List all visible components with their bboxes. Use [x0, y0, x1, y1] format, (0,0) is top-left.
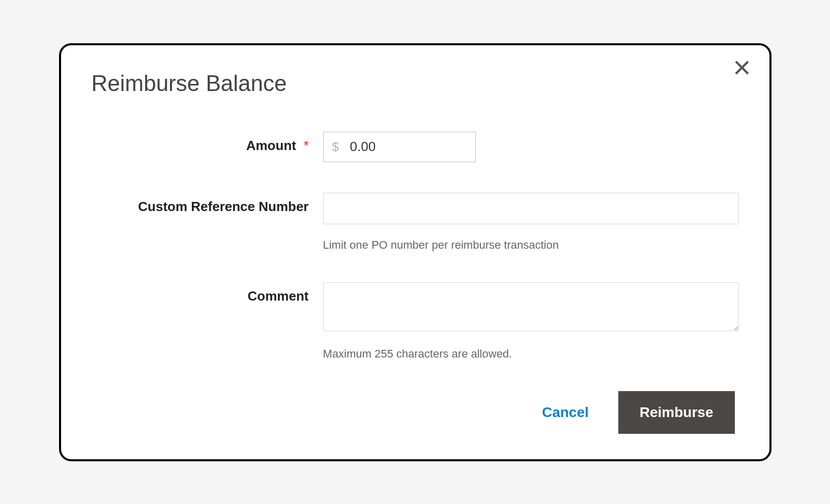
amount-label: Amount: [246, 138, 296, 153]
amount-input-wrap: $: [323, 132, 476, 162]
comment-label-col: Comment: [92, 282, 323, 304]
reference-input[interactable]: [323, 193, 739, 224]
reference-row: Custom Reference Number Limit one PO num…: [92, 193, 739, 252]
reference-input-col: Limit one PO number per reimburse transa…: [323, 193, 739, 252]
comment-row: Comment Maximum 255 characters are allow…: [92, 282, 739, 361]
cancel-button[interactable]: Cancel: [538, 398, 593, 427]
amount-label-col: Amount *: [92, 132, 323, 154]
modal-title: Reimburse Balance: [92, 71, 739, 96]
amount-input-col: $: [323, 132, 739, 162]
reimburse-balance-modal: Reimburse Balance Amount * $ Custom Refe…: [59, 43, 771, 461]
comment-input-col: Maximum 255 characters are allowed.: [323, 282, 739, 361]
comment-textarea[interactable]: [323, 282, 739, 331]
reference-help-text: Limit one PO number per reimburse transa…: [323, 239, 739, 252]
comment-label: Comment: [248, 288, 309, 304]
reimburse-button[interactable]: Reimburse: [618, 391, 735, 434]
reference-label-col: Custom Reference Number: [92, 193, 323, 215]
amount-input[interactable]: [323, 132, 476, 162]
amount-row: Amount * $: [92, 132, 739, 162]
reference-label: Custom Reference Number: [138, 199, 308, 214]
required-asterisk: *: [303, 138, 308, 153]
modal-actions: Cancel Reimburse: [92, 391, 739, 434]
close-icon: [733, 58, 751, 77]
close-button[interactable]: [729, 54, 755, 82]
comment-help-text: Maximum 255 characters are allowed.: [323, 347, 739, 361]
